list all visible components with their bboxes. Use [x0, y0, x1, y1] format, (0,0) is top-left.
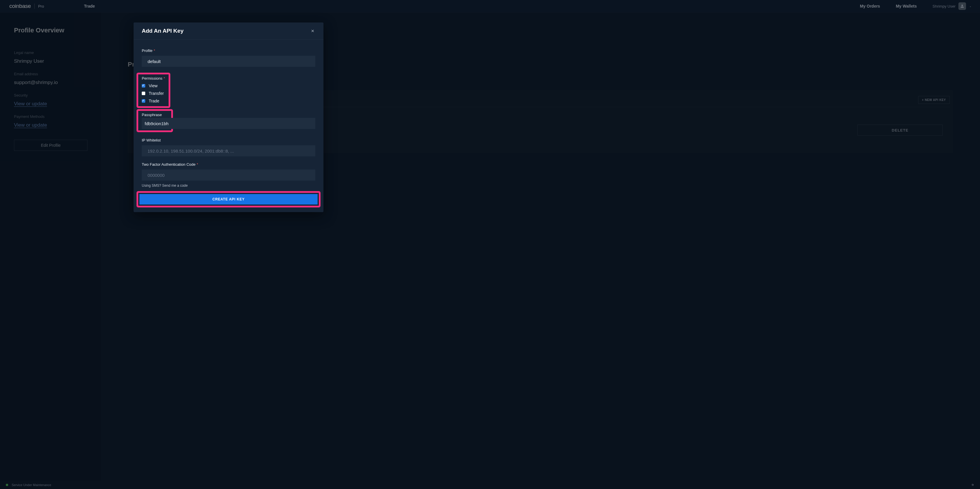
profile-label: Profile* [142, 48, 315, 53]
permission-trade-row[interactable]: Trade [142, 99, 165, 103]
modal-body: Profile* Permissions* View Transfer Trad… [134, 40, 323, 212]
permission-transfer-row[interactable]: Transfer [142, 91, 165, 96]
passphrase-field: Passphrase [142, 109, 315, 132]
passphrase-input-wrap [142, 118, 315, 129]
create-api-key-button[interactable]: CREATE API KEY [139, 194, 318, 204]
permissions-highlight: Permissions* View Transfer Trade [137, 73, 170, 108]
required-icon: * [197, 162, 198, 167]
permission-trade-label: Trade [149, 99, 159, 103]
tfa-label: Two Factor Authentication Code* [142, 162, 315, 167]
required-icon: * [164, 76, 165, 81]
passphrase-input[interactable] [142, 118, 315, 129]
profile-input[interactable] [142, 56, 315, 67]
add-api-key-modal: Add An API Key Profile* Permissions* Vie… [134, 22, 323, 212]
permission-transfer-label: Transfer [149, 91, 164, 96]
permission-view-label: View [149, 83, 158, 88]
modal-header: Add An API Key [134, 22, 323, 40]
permissions-label: Permissions* [142, 76, 165, 81]
ip-whitelist-field: IP Whitelist [142, 138, 315, 156]
ip-whitelist-label: IP Whitelist [142, 138, 315, 142]
tfa-field: Two Factor Authentication Code* Using SM… [142, 162, 315, 188]
checkbox-trade[interactable] [142, 99, 145, 103]
checkbox-view[interactable] [142, 84, 145, 88]
tfa-input[interactable] [142, 169, 315, 181]
passphrase-label: Passphrase [142, 113, 168, 117]
close-icon[interactable] [310, 28, 315, 33]
sms-hint[interactable]: Using SMS? Send me a code [142, 183, 315, 188]
profile-field: Profile* [142, 48, 315, 67]
checkbox-transfer[interactable] [142, 92, 145, 95]
required-icon: * [154, 48, 155, 53]
permission-view-row[interactable]: View [142, 83, 165, 88]
create-button-highlight: CREATE API KEY [137, 191, 321, 207]
modal-title: Add An API Key [142, 28, 183, 34]
ip-whitelist-input[interactable] [142, 145, 315, 156]
